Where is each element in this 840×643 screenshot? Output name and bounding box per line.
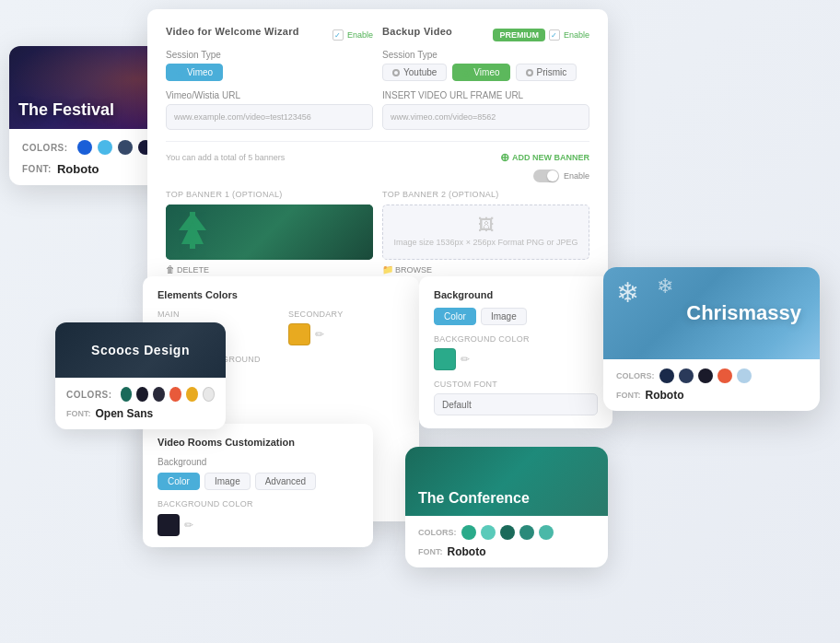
chrismassy-color-2[interactable] — [679, 368, 694, 383]
custom-font-label: CUSTOM FONT — [434, 380, 598, 389]
scoocs-colors-row: COLORS: — [66, 387, 215, 402]
scoocs-color-1[interactable] — [121, 387, 133, 402]
festival-color-3[interactable] — [118, 140, 133, 155]
delete-button[interactable]: 🗑 DELETE — [166, 264, 209, 275]
custom-font-value: Default — [442, 400, 472, 410]
chrismassy-color-5[interactable] — [737, 368, 752, 383]
scoocs-font-row: FONT: Open Sans — [66, 407, 215, 420]
video-panels-row: Video for Welcome Wizard ✓ Enable Sessio… — [166, 26, 589, 130]
session-type-youtube[interactable]: Youtube — [382, 64, 447, 81]
add-banner-button[interactable]: ⊕ ADD NEW BANNER — [500, 151, 589, 164]
radio-vimeo — [176, 69, 183, 76]
chrismassy-body: COLORS: FONT: Roboto — [603, 359, 820, 411]
festival-color-2[interactable] — [98, 140, 112, 155]
bg-tab-image[interactable]: Image — [481, 308, 527, 325]
custom-font-input[interactable]: Default — [434, 393, 598, 415]
chrismassy-color-4[interactable] — [718, 368, 732, 383]
scoocs-color-2[interactable] — [136, 387, 148, 402]
enable-toggle[interactable]: Enable — [533, 170, 589, 182]
festival-font-label: FONT: — [22, 164, 52, 174]
session-type-vimeo2[interactable]: Vimeo — [452, 64, 509, 81]
vimeo-frame-url-input[interactable]: www.vimeo.com/video=8562 — [382, 104, 589, 130]
top-banner-1-label: TOP BANNER 1 (OPTIONAL) — [166, 190, 373, 199]
scoocs-color-6[interactable] — [203, 387, 215, 402]
festival-color-1[interactable] — [77, 140, 92, 155]
festival-font-name: Roboto — [57, 162, 99, 176]
enable-checkbox-welcome[interactable]: ✓ — [332, 29, 344, 41]
scoocs-color-5[interactable] — [186, 387, 198, 402]
banner-header: You can add a total of 5 banners ⊕ ADD N… — [166, 151, 589, 164]
add-banner-label: ADD NEW BANNER — [512, 153, 589, 162]
secondary-color-pick-icon[interactable]: ✏ — [315, 328, 324, 341]
conference-banner: The Conference — [405, 447, 608, 516]
chrismassy-color-3[interactable] — [698, 368, 713, 383]
session-type-prismic[interactable]: Prismic — [516, 64, 578, 81]
session-type-label-right: Session Type — [382, 50, 589, 60]
conf-color-1[interactable] — [461, 525, 476, 540]
banner-placeholder-2[interactable]: 🖼 Image size 1536px × 256px Format PNG o… — [382, 205, 589, 260]
enable-row: Enable — [166, 170, 589, 182]
image-placeholder-icon: 🖼 — [478, 216, 495, 235]
scoocs-color-3[interactable] — [153, 387, 165, 402]
session-type-vimeo[interactable]: Vimeo — [166, 64, 223, 81]
browse-button[interactable]: 📁 BROWSE — [382, 264, 432, 275]
banner-actions-1: 🗑 DELETE — [166, 264, 373, 275]
scoocs-color-4[interactable] — [169, 387, 181, 402]
browse-label: BROWSE — [395, 265, 432, 275]
conference-colors-label: COLORS: — [418, 528, 457, 537]
conference-colors-row: COLORS: — [418, 525, 595, 540]
bg-color-pick-icon[interactable]: ✏ — [461, 353, 470, 366]
premium-badge: PREMIUM — [493, 29, 545, 41]
background-tabs: Color Image — [434, 308, 598, 325]
banner-placeholder-text: Image size 1536px × 256px Format PNG or … — [394, 238, 578, 249]
chrismassy-font-row: FONT: Roboto — [616, 389, 807, 402]
conference-card: The Conference COLORS: FONT: Roboto — [405, 447, 608, 567]
conf-color-2[interactable] — [481, 525, 496, 540]
radio-youtube — [392, 69, 400, 76]
folder-icon: 📁 — [382, 264, 393, 275]
conference-body: COLORS: FONT: Roboto — [405, 516, 608, 567]
banner-preview-1: SCOOCS — [166, 205, 373, 260]
scoocs-banner: Scoocs Design — [55, 322, 226, 378]
enable-label-backup: Enable — [564, 30, 589, 40]
scoocs-font-label: FONT: — [66, 409, 91, 418]
enable-checkbox-backup[interactable]: ✓ — [549, 29, 560, 41]
conference-font-row: FONT: Roboto — [418, 545, 595, 558]
festival-colors-label: COLORS: — [22, 143, 68, 153]
vr-color-swatch[interactable] — [158, 514, 180, 536]
chrismassy-color-1[interactable] — [659, 368, 674, 383]
url-input-welcome[interactable]: www.example.com/video=test123456 — [166, 104, 373, 130]
session-type-label-left: Session Type — [166, 50, 373, 60]
banner-col-2: TOP BANNER 2 (OPTIONAL) 🖼 Image size 153… — [382, 190, 589, 275]
secondary-label: SECONDARY — [288, 310, 404, 319]
snowflake-icon-1: ❄ — [616, 276, 639, 309]
conf-color-4[interactable] — [519, 525, 534, 540]
secondary-color-row: ✏ — [288, 323, 404, 345]
vr-tab-color[interactable]: Color — [158, 473, 200, 490]
bg-color-swatch[interactable] — [434, 348, 456, 370]
secondary-color-swatch[interactable] — [288, 323, 310, 345]
conference-font-label: FONT: — [418, 547, 443, 556]
conf-color-3[interactable] — [500, 525, 515, 540]
conf-color-5[interactable] — [539, 525, 554, 540]
video-rooms-bg-label: Background — [158, 457, 358, 467]
background-title: Background — [434, 289, 598, 300]
plus-icon: ⊕ — [500, 151, 509, 164]
top-banner-2-label: TOP BANNER 2 (OPTIONAL) — [382, 190, 589, 199]
scoocs-colors-label: COLORS: — [66, 390, 112, 400]
banner-cols: TOP BANNER 1 (OPTIONAL) SCOOCS 🗑 — [166, 190, 589, 275]
background-panel: Background Color Image BACKGROUND COLOR … — [419, 276, 612, 428]
chrismassy-colors-row: COLORS: — [616, 368, 807, 383]
video-rooms-title: Video Rooms Customization — [158, 437, 358, 448]
vr-color-row: ✏ — [158, 514, 358, 536]
vr-tab-advanced[interactable]: Advanced — [255, 473, 316, 490]
video-rooms-tabs: Color Image Advanced — [158, 473, 358, 490]
vimeo-frame-url-label: INSERT VIDEO URL FRAME URL — [382, 90, 589, 100]
enable-label-welcome: Enable — [347, 30, 373, 40]
elements-colors-title: Elements Colors — [158, 289, 404, 300]
radio-prismic — [526, 69, 533, 76]
vr-color-pick-icon[interactable]: ✏ — [184, 519, 193, 532]
vr-tab-image[interactable]: Image — [204, 473, 251, 490]
backup-video-col: Backup Video PREMIUM ✓ Enable Session Ty… — [382, 26, 589, 130]
bg-tab-color[interactable]: Color — [434, 308, 476, 325]
